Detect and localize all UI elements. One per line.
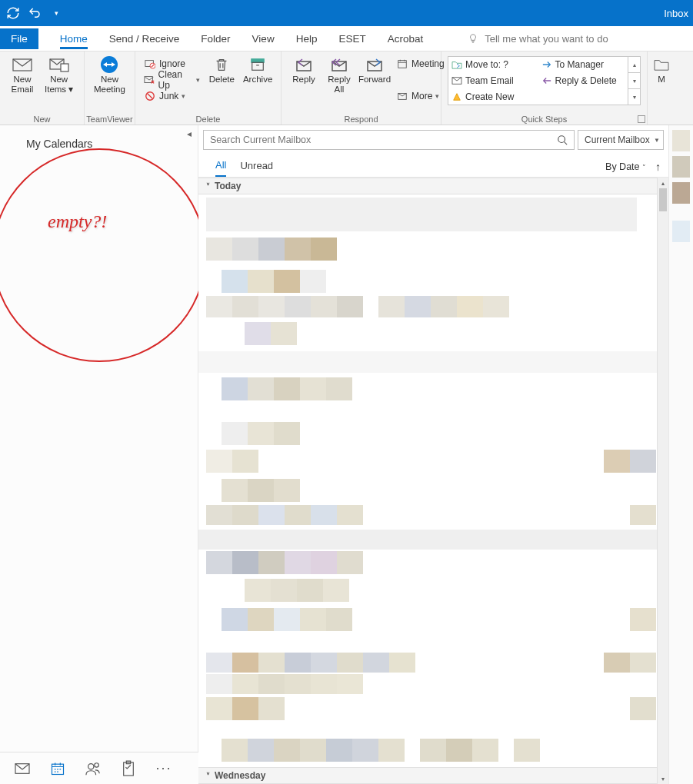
new-meeting-label2: Meeting <box>94 85 125 95</box>
to-manager-icon <box>541 60 552 69</box>
ribbon-group-quicksteps-label: Quick Steps <box>441 115 647 124</box>
archive-button[interactable]: Archive <box>241 55 275 104</box>
svg-rect-20 <box>124 762 134 775</box>
svg-rect-2 <box>61 64 68 71</box>
nav-tasks-icon[interactable] <box>120 760 137 777</box>
archive-icon <box>247 56 268 73</box>
tab-view[interactable]: View <box>252 28 275 49</box>
nav-mail-icon[interactable] <box>14 760 31 777</box>
redacted-messages <box>198 194 668 763</box>
svg-point-18 <box>88 763 94 769</box>
ignore-icon <box>144 58 156 70</box>
reply-all-label2: All <box>335 85 345 95</box>
quicksteps-scroll-down[interactable]: ▾ <box>628 73 640 89</box>
forward-button[interactable]: Forward <box>358 55 391 105</box>
group-label: Today <box>215 181 241 191</box>
annotation-text: empty?! <box>48 211 107 232</box>
new-email-button[interactable]: New Email <box>6 55 38 105</box>
tab-send-receive[interactable]: Send / Receive <box>109 28 180 49</box>
filter-all-tab[interactable]: All <box>215 156 226 177</box>
qat-dropdown-icon[interactable]: ▾ <box>49 6 63 20</box>
search-icon[interactable] <box>557 135 568 145</box>
reply-all-icon <box>328 56 350 73</box>
search-scope-dropdown[interactable]: Current Mailbox ▼ <box>578 130 664 150</box>
nav-calendar-icon[interactable] <box>49 760 66 777</box>
tab-acrobat[interactable]: Acrobat <box>388 28 424 49</box>
move-label-partial: M <box>658 75 665 85</box>
reply-all-button[interactable]: Reply All <box>323 55 355 105</box>
lightbulb-icon <box>468 33 478 44</box>
quickstep-label: Team Email <box>465 75 514 86</box>
forward-icon <box>364 56 385 73</box>
tab-file[interactable]: File <box>0 28 38 49</box>
junk-label: Junk <box>159 91 178 101</box>
new-email-label2: Email <box>12 85 34 95</box>
title-bar: ▾ Inbox <box>0 0 693 26</box>
quickstep-team-email[interactable]: Team Email <box>448 73 538 89</box>
cleanup-label: Clean Up <box>158 69 194 91</box>
group-label: Wednesday <box>215 770 265 781</box>
search-input[interactable] <box>210 135 557 145</box>
quickstep-to-manager[interactable]: To Manager <box>538 57 628 73</box>
tab-home[interactable]: Home <box>60 28 88 49</box>
quickstep-label: Create New <box>465 91 514 102</box>
sidebar-section-title[interactable]: My Calendars <box>0 125 198 150</box>
reply-label: Reply <box>292 75 315 85</box>
new-email-label1: New <box>13 75 31 85</box>
delete-label: Delete <box>209 75 235 85</box>
junk-icon <box>144 90 156 102</box>
tell-me-label: Tell me what you want to do <box>485 33 608 45</box>
message-list[interactable]: ˅ Today <box>198 178 668 784</box>
tab-folder[interactable]: Folder <box>201 28 230 49</box>
filter-unread-tab[interactable]: Unread <box>240 157 273 176</box>
svg-rect-8 <box>252 59 264 63</box>
quickstep-label: To Manager <box>555 59 604 70</box>
tell-me-search[interactable]: Tell me what you want to do <box>468 33 608 45</box>
scroll-down-icon[interactable]: ▾ <box>658 773 668 784</box>
nav-people-icon[interactable] <box>85 760 102 777</box>
message-list-pane: Current Mailbox ▼ All Unread By Date ˅ ↑… <box>198 125 668 784</box>
message-list-scrollbar[interactable]: ▴ ▾ <box>657 178 668 784</box>
search-box[interactable] <box>203 130 575 150</box>
meeting-button[interactable]: Meeting <box>394 56 447 71</box>
quicksteps-scroll: ▴ ▾ ▾ <box>628 57 640 105</box>
ribbon-group-teamviewer-label: TeamViewer <box>85 115 135 124</box>
archive-label: Archive <box>243 75 272 85</box>
scroll-thumb[interactable] <box>659 188 667 211</box>
trash-icon <box>211 56 232 73</box>
sort-by-button[interactable]: By Date ˅ <box>605 161 646 172</box>
move-button-partial[interactable]: M <box>654 55 669 95</box>
collapse-sidebar-icon[interactable]: ◂ <box>187 128 192 139</box>
new-items-label1: New <box>50 75 68 85</box>
navigation-bar: ··· <box>0 752 198 784</box>
sort-direction-icon[interactable]: ↑ <box>655 161 661 173</box>
more-respond-button[interactable]: More▾ <box>394 88 447 104</box>
scroll-up-icon[interactable]: ▴ <box>658 178 668 188</box>
new-meeting-button[interactable]: New Meeting <box>91 55 128 105</box>
tab-help[interactable]: Help <box>296 28 318 49</box>
ribbon-group-quicksteps: Move to: ? Team Email Create New To Mana… <box>441 51 648 125</box>
quickstep-empty <box>538 88 628 105</box>
reply-button[interactable]: Reply <box>288 55 320 105</box>
quickstep-move-to[interactable]: Move to: ? <box>448 57 538 73</box>
quickstep-create-new[interactable]: Create New <box>448 88 538 105</box>
nav-more-icon[interactable]: ··· <box>155 760 172 777</box>
quicksteps-scroll-up[interactable]: ▴ <box>628 57 640 73</box>
quickstep-label: Move to: ? <box>465 59 508 70</box>
new-items-icon <box>48 56 70 73</box>
quicksteps-expand[interactable]: ▾ <box>628 89 640 105</box>
group-header-today[interactable]: ˅ Today <box>198 178 668 194</box>
new-items-button[interactable]: New Items ▾ <box>42 55 76 105</box>
group-header-wednesday[interactable]: ˅ Wednesday <box>198 767 657 784</box>
sync-icon[interactable] <box>6 6 20 20</box>
tab-eset[interactable]: ESET <box>338 28 365 49</box>
delete-button[interactable]: Delete <box>205 55 238 104</box>
cleanup-button[interactable]: Clean Up▾ <box>142 72 202 88</box>
quickstep-reply-delete[interactable]: Reply & Delete <box>538 73 628 89</box>
junk-button[interactable]: Junk▾ <box>142 88 202 104</box>
ribbon-group-move-partial: M <box>648 51 671 125</box>
svg-rect-9 <box>252 62 264 70</box>
quicksteps-launcher[interactable] <box>638 115 645 123</box>
teamviewer-icon <box>98 56 120 73</box>
undo-icon[interactable] <box>28 6 42 20</box>
